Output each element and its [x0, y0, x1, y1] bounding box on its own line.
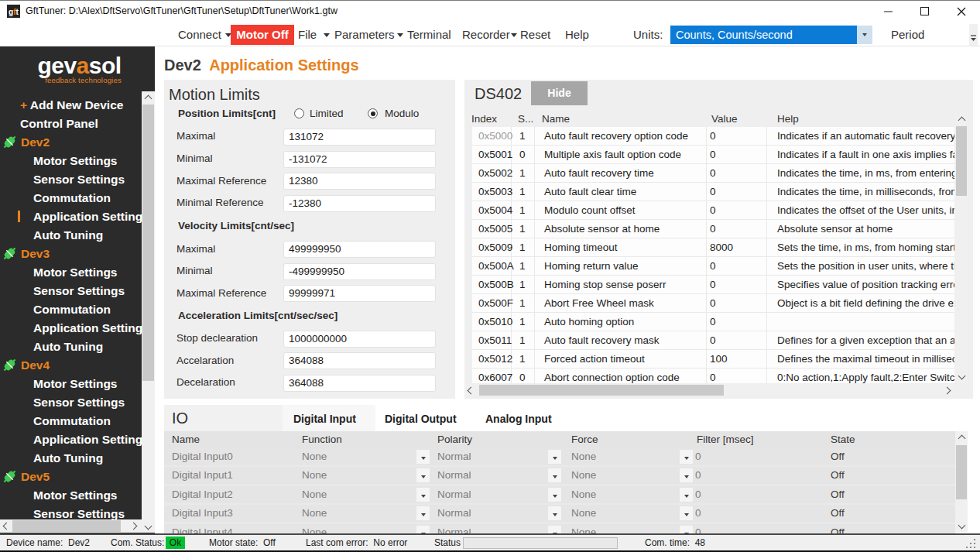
svg-text:gft: gft: [9, 8, 19, 16]
